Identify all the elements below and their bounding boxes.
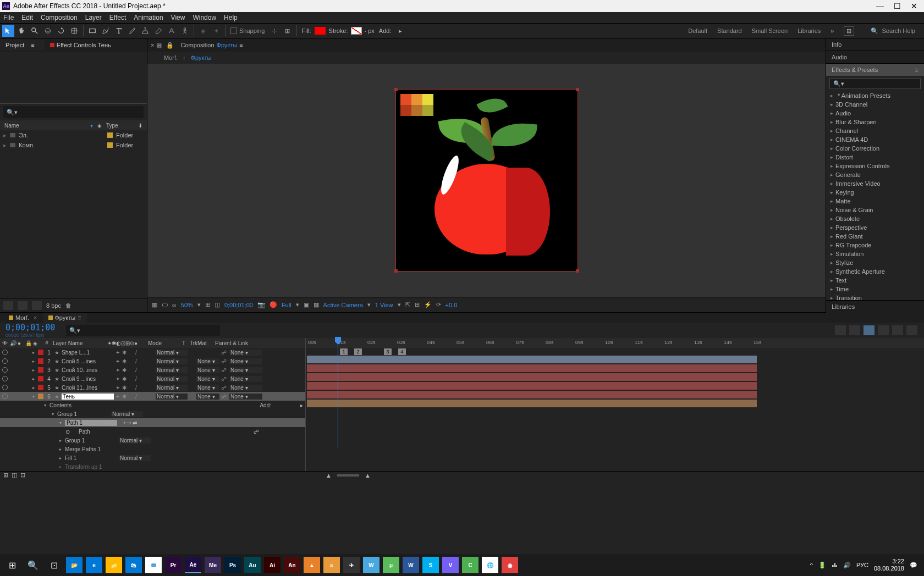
- tray-battery-icon[interactable]: 🔋: [818, 562, 826, 569]
- pixel-icon[interactable]: ⊞: [415, 301, 420, 308]
- type-tool[interactable]: [113, 25, 125, 37]
- blend-mode-dd[interactable]: Normal ▾: [156, 394, 188, 400]
- composition-tab[interactable]: Composition Фрукты ≡: [176, 40, 247, 50]
- parent-dd[interactable]: None ▾: [229, 385, 262, 391]
- rotate-tool[interactable]: [55, 25, 67, 37]
- audio-panel-header[interactable]: Audio: [826, 51, 924, 63]
- effects-category[interactable]: ▸* Animation Presets: [826, 91, 924, 100]
- draft3d-icon[interactable]: [849, 325, 860, 335]
- layer-property[interactable]: ▸Transform up 1: [0, 462, 305, 471]
- taskbar-app[interactable]: W: [403, 557, 419, 573]
- transparency-icon[interactable]: ▦: [314, 301, 319, 308]
- taskbar-app[interactable]: Au: [244, 557, 261, 573]
- layer-bar[interactable]: [307, 364, 757, 372]
- composition-canvas[interactable]: [395, 89, 578, 272]
- new-comp-icon[interactable]: [32, 301, 42, 310]
- workspace-default[interactable]: Default: [688, 27, 707, 34]
- track-matte-dd[interactable]: None ▾: [196, 358, 219, 364]
- effects-category[interactable]: ▸Noise & Grain: [826, 206, 924, 214]
- layer-bar[interactable]: [307, 356, 757, 363]
- tray-network-icon[interactable]: 🖧: [832, 562, 838, 568]
- workspace-libraries[interactable]: Libraries: [798, 27, 821, 34]
- track-matte-dd[interactable]: None ▾: [196, 385, 219, 391]
- pen-tool[interactable]: [100, 25, 112, 37]
- timeline-layer-row[interactable]: ▸1★Shape L...1✦✱/Normal ▾☍None ▾: [0, 348, 305, 357]
- breadcrumb-item[interactable]: Фрукты: [191, 54, 212, 61]
- selection-handle[interactable]: [576, 269, 579, 273]
- mag-icon[interactable]: 🖵: [162, 302, 168, 308]
- visibility-toggle[interactable]: [2, 394, 8, 399]
- grid-icon[interactable]: ⊞: [205, 301, 210, 308]
- label-color[interactable]: [38, 394, 43, 399]
- menu-animation[interactable]: Animation: [134, 14, 163, 21]
- taskbar-app[interactable]: 📂: [66, 557, 82, 573]
- effects-category[interactable]: ▸Distort: [826, 153, 924, 162]
- effects-category[interactable]: ▸3D Channel: [826, 100, 924, 109]
- parent-link-icon[interactable]: ☍: [221, 350, 228, 356]
- share-icon[interactable]: ⇱: [405, 301, 410, 308]
- timeline-layer-row[interactable]: ▾6★Тень✦✱/Normal ▾None ▾☍None ▾: [0, 392, 305, 401]
- toggle-switches-icon[interactable]: ⊞: [3, 472, 8, 479]
- effects-category[interactable]: ▸Text: [826, 276, 924, 285]
- layer-property[interactable]: ▸Group 1Normal ▾: [0, 436, 305, 445]
- clone-tool[interactable]: [139, 25, 151, 37]
- effects-category[interactable]: ▸CINEMA 4D: [826, 135, 924, 144]
- taskbar-app[interactable]: ✉: [145, 557, 162, 573]
- zoom-tool[interactable]: [29, 25, 41, 37]
- hand-tool[interactable]: [15, 25, 28, 37]
- effects-category[interactable]: ▸Generate: [826, 170, 924, 179]
- tray-volume-icon[interactable]: 🔊: [843, 562, 851, 569]
- rectangle-tool[interactable]: [86, 25, 98, 37]
- lock-icon[interactable]: 🔒: [166, 42, 174, 49]
- taskbar-app[interactable]: ▲: [304, 557, 320, 573]
- taskbar-app[interactable]: C: [462, 557, 479, 573]
- keyframe-marker[interactable]: 2: [354, 348, 362, 355]
- timeline-search[interactable]: 🔍▾: [66, 325, 220, 336]
- workspace-reset-icon[interactable]: ⊞: [844, 26, 854, 36]
- layer-property[interactable]: ⊙Path☍: [0, 427, 305, 436]
- label-color[interactable]: [38, 376, 43, 381]
- twirl-icon[interactable]: ▸: [31, 359, 36, 364]
- snapping-toggle[interactable]: Snapping: [230, 27, 265, 34]
- snap-grid-icon[interactable]: ⊞: [282, 25, 294, 37]
- selection-handle[interactable]: [576, 88, 579, 91]
- viewer-area[interactable]: [147, 64, 826, 297]
- layer-bar[interactable]: [307, 400, 757, 407]
- project-tab[interactable]: Project≡: [0, 40, 45, 51]
- visibility-toggle[interactable]: [2, 367, 8, 373]
- close-tab-icon[interactable]: ×: [151, 42, 154, 48]
- menu-window[interactable]: Window: [193, 14, 216, 21]
- effects-category[interactable]: ▸Audio: [826, 109, 924, 118]
- blend-mode-dd[interactable]: Normal ▾: [156, 385, 188, 391]
- layer-bar[interactable]: [307, 373, 757, 381]
- menu-file[interactable]: File: [3, 14, 14, 21]
- layer-bar[interactable]: [307, 382, 757, 390]
- effects-category[interactable]: ▸Immersive Video: [826, 179, 924, 188]
- parent-dd[interactable]: None ▾: [229, 376, 262, 382]
- twirl-icon[interactable]: ▸: [31, 368, 36, 373]
- timeline-icon[interactable]: ⟳: [436, 301, 441, 308]
- maximize-button[interactable]: ☐: [894, 2, 901, 10]
- twirl-icon[interactable]: ▸: [3, 132, 7, 139]
- parent-dd[interactable]: None ▾: [229, 367, 262, 373]
- keyframe-marker[interactable]: 4: [398, 348, 406, 355]
- parent-link-icon[interactable]: ☍: [221, 376, 228, 382]
- shy-icon[interactable]: [864, 325, 875, 335]
- breadcrumb-item[interactable]: Morf.: [164, 54, 178, 61]
- effects-category[interactable]: ▸Keying: [826, 188, 924, 197]
- zoom-out-icon[interactable]: ▲: [326, 472, 332, 479]
- panel-menu-icon[interactable]: ≡: [26, 42, 38, 48]
- visibility-toggle[interactable]: [2, 350, 8, 355]
- resolution-dd[interactable]: Full: [282, 302, 292, 308]
- fast-preview-icon[interactable]: ⚡: [424, 301, 432, 308]
- effect-controls-tab[interactable]: Effect Controls Тень: [45, 40, 117, 51]
- tray-lang[interactable]: РУС: [856, 562, 868, 568]
- layer-property[interactable]: ▾ContentsAdd:▸: [0, 401, 305, 409]
- menu-edit[interactable]: Edit: [21, 14, 33, 21]
- snap-edge-icon[interactable]: ⊹: [268, 25, 280, 37]
- track-matte-dd[interactable]: None ▾: [196, 367, 219, 373]
- taskbar-app[interactable]: Ps: [224, 557, 241, 573]
- menu-help[interactable]: Help: [224, 14, 238, 21]
- blend-mode-dd[interactable]: Normal ▾: [156, 350, 188, 356]
- timeline-tracks[interactable]: 00s01s02s03s04s05s06s07s08s09s10s11s12s1…: [306, 338, 924, 471]
